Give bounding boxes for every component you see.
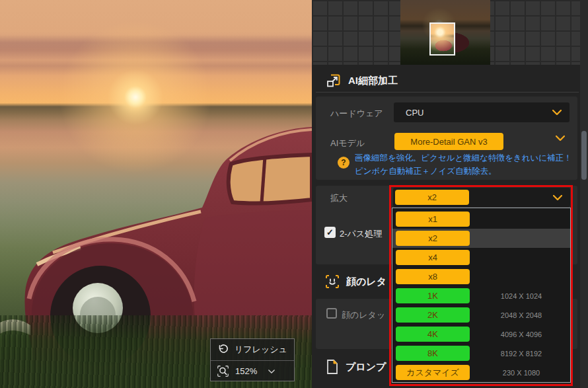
- face-retouch-checkbox[interactable]: [326, 308, 337, 319]
- prompt-document-icon: [326, 359, 339, 375]
- scale-menu-item-1K[interactable]: 1K1024 X 1024: [392, 286, 570, 305]
- section-title: プロンプ: [346, 361, 386, 373]
- navigator-strip: [312, 0, 580, 65]
- refresh-icon: [217, 344, 229, 356]
- settings-panel: AI細部加工 ハードウェア CPU AIモデル More-Detail GAN …: [312, 0, 588, 388]
- scale-chevron-down-icon: [553, 195, 562, 200]
- photo-enhancer-app: リフレッシュ 152%: [0, 0, 588, 388]
- model-help-line2: ピンボケ自動補正＋ノイズ自動除去。: [355, 165, 497, 178]
- scale-option-pill[interactable]: x2: [396, 231, 470, 246]
- section-header-face: 顔のレタ: [325, 274, 386, 289]
- face-retouch-label: 顔のレタッ: [342, 309, 385, 321]
- scale-menu-item-カスタマイズ[interactable]: カスタマイズ230 X 1080: [392, 363, 570, 382]
- scale-menu-item-x2[interactable]: x2: [392, 229, 570, 248]
- viewer-controls: リフレッシュ 152%: [210, 338, 295, 381]
- scale-label: 拡大: [330, 192, 348, 204]
- section-header-prompt: プロンプ: [326, 359, 386, 375]
- hardware-value: CPU: [394, 108, 423, 118]
- photo-canvas[interactable]: リフレッシュ 152%: [0, 0, 312, 388]
- two-pass-checkbox[interactable]: ✓: [324, 227, 336, 238]
- scale-menu-item-x8[interactable]: x8: [392, 267, 570, 286]
- zoom-tool-icon: [217, 365, 229, 377]
- hardware-label: ハードウェア: [330, 108, 383, 120]
- scale-menu-item-2K[interactable]: 2K2048 X 2048: [392, 305, 570, 325]
- hardware-dropdown[interactable]: CPU: [394, 102, 570, 122]
- scale-dropdown[interactable]: x2: [393, 188, 570, 207]
- help-icon[interactable]: ?: [338, 157, 349, 169]
- panel-scrollbar[interactable]: [580, 0, 588, 388]
- scale-option-size: 230 X 1080: [475, 369, 568, 377]
- enlarge-icon: [326, 73, 342, 89]
- scale-menu-item-x1[interactable]: x1: [392, 210, 570, 229]
- scale-option-size: 4096 X 4096: [475, 330, 568, 338]
- scale-option-pill[interactable]: カスタマイズ: [396, 365, 470, 380]
- ai-model-pill[interactable]: More-Detail GAN v3: [394, 133, 503, 150]
- check-icon: ✓: [326, 227, 334, 237]
- scale-selected-pill: x2: [395, 190, 469, 205]
- section-header-ai-detail: AI細部加工: [326, 73, 398, 89]
- header-divider: [316, 92, 579, 93]
- ai-model-label: AIモデル: [330, 137, 365, 149]
- face-retouch-icon: [325, 274, 340, 289]
- scale-menu: x1x2x4x81K1024 X 10242K2048 X 20484K4096…: [392, 208, 571, 383]
- refresh-button[interactable]: リフレッシュ: [211, 339, 294, 360]
- scale-option-pill[interactable]: x4: [396, 250, 470, 265]
- scale-option-size: 2048 X 2048: [475, 311, 568, 319]
- ai-model-value: More-Detail GAN v3: [410, 137, 487, 147]
- section-title: 顔のレタ: [346, 276, 386, 288]
- scale-option-pill[interactable]: x8: [396, 269, 470, 284]
- scale-option-size: 1024 X 1024: [475, 292, 568, 300]
- model-help-line1: 画像細部を強化。ピクセルと微細な特徴をきれいに補正！: [355, 151, 572, 165]
- zoom-chevron-down-icon: [268, 369, 275, 373]
- scale-option-pill[interactable]: 4K: [396, 327, 470, 342]
- scale-menu-item-8K[interactable]: 8K8192 X 8192: [392, 344, 570, 363]
- refresh-label: リフレッシュ: [235, 344, 287, 356]
- scale-option-pill[interactable]: 1K: [396, 288, 470, 303]
- hardware-chevron-down-icon: [552, 110, 562, 115]
- scale-option-pill[interactable]: 8K: [396, 346, 470, 361]
- zoom-level-button[interactable]: 152%: [211, 360, 294, 381]
- navigator-selection-box[interactable]: [429, 22, 455, 56]
- two-pass-label: 2-パス処理: [340, 228, 382, 240]
- ai-model-chevron-down-icon[interactable]: [556, 136, 565, 141]
- scale-option-size: 8192 X 8192: [475, 350, 568, 358]
- scale-option-pill[interactable]: x1: [396, 212, 470, 227]
- scrollbar-thumb[interactable]: [581, 131, 587, 180]
- scale-menu-item-x4[interactable]: x4: [392, 248, 570, 267]
- scale-option-pill[interactable]: 2K: [396, 307, 470, 323]
- zoom-level-value: 152%: [235, 366, 257, 376]
- scale-menu-item-4K[interactable]: 4K4096 X 4096: [392, 325, 570, 344]
- section-title: AI細部加工: [348, 75, 398, 87]
